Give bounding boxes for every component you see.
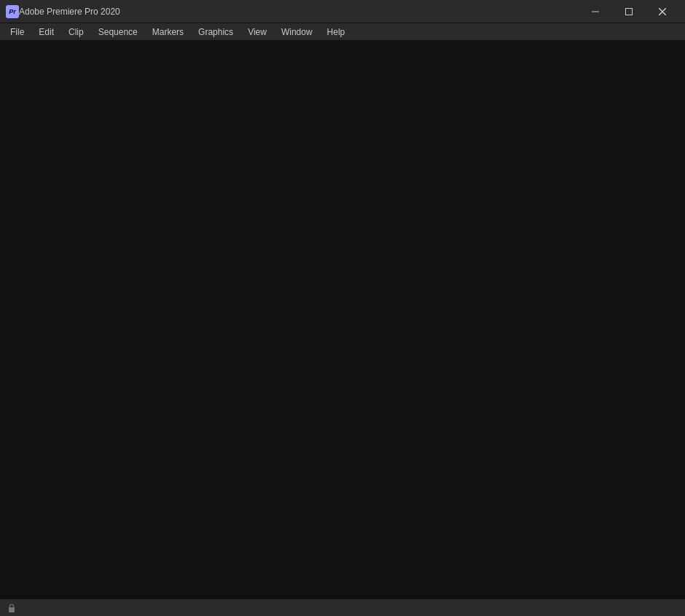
menu-edit[interactable]: Edit (31, 24, 61, 40)
menu-clip[interactable]: Clip (61, 24, 91, 40)
status-bar (0, 599, 685, 616)
menu-view[interactable]: View (240, 24, 274, 40)
menu-graphics[interactable]: Graphics (191, 24, 240, 40)
close-button[interactable] (646, 0, 679, 23)
menu-sequence[interactable]: Sequence (91, 24, 145, 40)
menu-bar: File Edit Clip Sequence Markers Graphics… (0, 23, 685, 41)
main-content-area (0, 41, 685, 599)
status-lock-icon (6, 602, 17, 614)
window-title: Adobe Premiere Pro 2020 (19, 7, 579, 17)
minimize-button[interactable] (579, 0, 612, 23)
window-controls (579, 0, 679, 23)
svg-rect-4 (9, 607, 15, 612)
svg-rect-1 (626, 8, 633, 15)
app-logo: Pr (6, 5, 19, 18)
menu-file[interactable]: File (3, 24, 31, 40)
svg-rect-0 (592, 11, 599, 12)
menu-markers[interactable]: Markers (145, 24, 191, 40)
menu-help[interactable]: Help (320, 24, 353, 40)
title-bar: Pr Adobe Premiere Pro 2020 (0, 0, 685, 23)
maximize-button[interactable] (612, 0, 646, 23)
menu-window[interactable]: Window (274, 24, 320, 40)
